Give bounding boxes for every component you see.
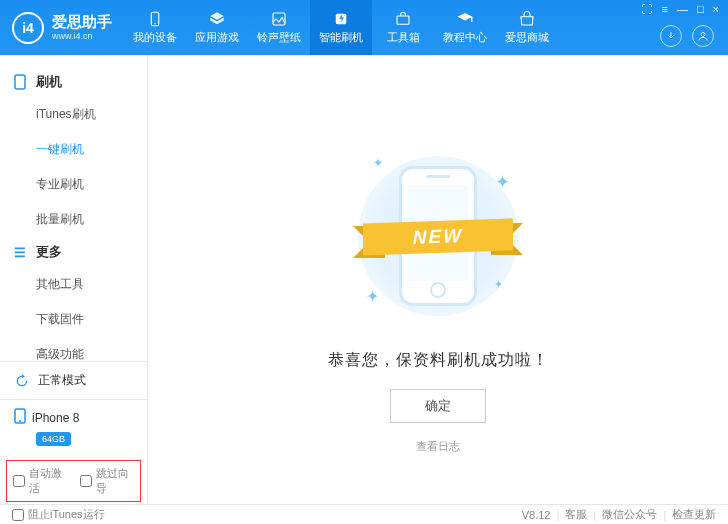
svg-point-5 bbox=[701, 33, 705, 37]
cart-icon[interactable]: ⛶ bbox=[638, 3, 655, 15]
ok-button[interactable]: 确定 bbox=[390, 389, 486, 423]
new-ribbon: NEW bbox=[363, 221, 513, 263]
tab-apps-games[interactable]: 应用游戏 bbox=[186, 0, 248, 55]
tutorial-icon bbox=[456, 10, 474, 28]
sidebar-item-batch-flash[interactable]: 批量刷机 bbox=[0, 202, 147, 237]
sidebar-item-download-firmware[interactable]: 下载固件 bbox=[0, 302, 147, 337]
footer-link-support[interactable]: 客服 bbox=[565, 507, 587, 522]
app-title: 爱思助手 bbox=[52, 14, 112, 31]
wallpaper-icon bbox=[270, 10, 288, 28]
close-button[interactable]: × bbox=[710, 3, 722, 15]
sidebar-section-more[interactable]: ☰ 更多 bbox=[0, 237, 147, 267]
user-icon[interactable] bbox=[692, 25, 714, 47]
footer-link-wechat[interactable]: 微信公众号 bbox=[602, 507, 657, 522]
flash-icon bbox=[332, 10, 350, 28]
tab-ringtones-wallpaper[interactable]: 铃声壁纸 bbox=[248, 0, 310, 55]
device-icon bbox=[146, 10, 164, 28]
minimize-button[interactable]: — bbox=[674, 3, 691, 15]
sidebar-item-pro-flash[interactable]: 专业刷机 bbox=[0, 167, 147, 202]
device-info[interactable]: iPhone 8 64GB bbox=[0, 400, 147, 454]
sync-icon bbox=[14, 373, 30, 389]
maximize-button[interactable]: □ bbox=[694, 3, 707, 15]
svg-point-8 bbox=[19, 420, 21, 422]
settings-icon[interactable]: ≡ bbox=[658, 3, 670, 15]
mall-icon bbox=[518, 10, 536, 28]
auto-activate-checkbox[interactable]: 自动激活 bbox=[13, 466, 68, 496]
tab-tutorials[interactable]: 教程中心 bbox=[434, 0, 496, 55]
skip-wizard-checkbox[interactable]: 跳过向导 bbox=[80, 466, 135, 496]
device-name: iPhone 8 bbox=[32, 411, 79, 425]
main-content: ✦ ✦ ✦ ✦ NEW 恭喜您，保资料刷机成功啦！ 确定 查看日志 bbox=[148, 55, 728, 504]
toolbox-icon bbox=[394, 10, 412, 28]
svg-rect-6 bbox=[15, 75, 25, 89]
sidebar-item-oneclick-flash[interactable]: 一键刷机 bbox=[0, 132, 147, 167]
sidebar-item-advanced[interactable]: 高级功能 bbox=[0, 337, 147, 361]
main-nav-tabs: 我的设备 应用游戏 铃声壁纸 智能刷机 工具箱 教程中心 爱思商城 bbox=[124, 0, 728, 55]
sidebar-item-other-tools[interactable]: 其他工具 bbox=[0, 267, 147, 302]
sidebar: 刷机 iTunes刷机 一键刷机 专业刷机 批量刷机 ☰ 更多 其他工具 下载固… bbox=[0, 55, 148, 504]
menu-icon: ☰ bbox=[14, 245, 28, 260]
view-log-link[interactable]: 查看日志 bbox=[416, 439, 460, 454]
app-url: www.i4.cn bbox=[52, 31, 112, 41]
success-illustration: ✦ ✦ ✦ ✦ NEW bbox=[348, 146, 528, 326]
app-logo: i4 爱思助手 www.i4.cn bbox=[0, 12, 124, 44]
logo-badge-icon: i4 bbox=[12, 12, 44, 44]
apps-icon bbox=[208, 10, 226, 28]
version-label: V8.12 bbox=[522, 509, 551, 521]
footer-link-update[interactable]: 检查更新 bbox=[672, 507, 716, 522]
phone-outline-icon bbox=[14, 74, 28, 90]
mode-selector[interactable]: 正常模式 bbox=[0, 362, 147, 400]
stop-itunes-checkbox[interactable]: 阻止iTunes运行 bbox=[12, 507, 105, 522]
download-icon[interactable] bbox=[660, 25, 682, 47]
tab-my-device[interactable]: 我的设备 bbox=[124, 0, 186, 55]
success-message: 恭喜您，保资料刷机成功啦！ bbox=[328, 350, 549, 371]
status-bar: 阻止iTunes运行 V8.12 | 客服 | 微信公众号 | 检查更新 bbox=[0, 504, 728, 524]
sidebar-section-flash[interactable]: 刷机 bbox=[0, 67, 147, 97]
tab-smart-flash[interactable]: 智能刷机 bbox=[310, 0, 372, 55]
storage-badge: 64GB bbox=[36, 432, 71, 446]
options-highlight-box: 自动激活 跳过向导 bbox=[6, 460, 141, 502]
phone-icon bbox=[14, 408, 26, 427]
svg-point-1 bbox=[154, 23, 156, 25]
tab-toolbox[interactable]: 工具箱 bbox=[372, 0, 434, 55]
tab-mall[interactable]: 爱思商城 bbox=[496, 0, 558, 55]
svg-rect-4 bbox=[397, 16, 409, 24]
sidebar-item-itunes-flash[interactable]: iTunes刷机 bbox=[0, 97, 147, 132]
